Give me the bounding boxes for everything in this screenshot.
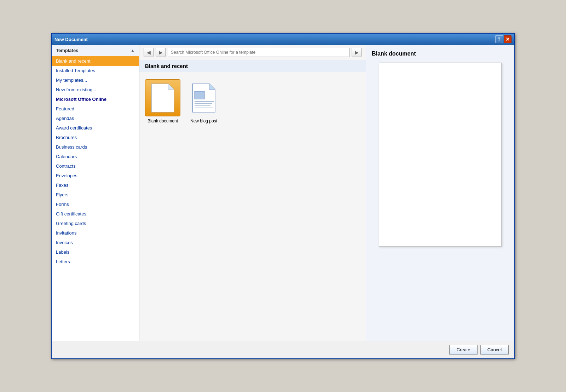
help-button[interactable]: ? [495,35,503,43]
collapse-icon[interactable]: ▲ [131,48,135,53]
back-button[interactable]: ◀ [144,48,154,57]
preview-document [379,63,502,247]
sidebar-item-greeting-cards[interactable]: Greeting cards [52,219,139,228]
preview-panel: Blank document [366,45,514,341]
sidebar-item-blank-and-recent[interactable]: Blank and recent [52,56,139,66]
sidebar-items-container: Blank and recentInstalled TemplatesMy te… [52,56,139,266]
templates-grid: Blank documentNew blog post [139,72,366,131]
sidebar-item-contracts[interactable]: Contracts [52,161,139,171]
content-area: Blank and recent Blank documentNew blog … [139,60,366,341]
sidebar-item-award-certificates[interactable]: Award certificates [52,123,139,133]
close-button[interactable]: ✕ [504,35,512,43]
title-bar-buttons: ? ✕ [495,35,512,43]
sidebar-item-letters[interactable]: Letters [52,257,139,266]
sidebar-item-envelopes[interactable]: Envelopes [52,171,139,180]
sidebar-scroll[interactable]: Blank and recentInstalled TemplatesMy te… [52,56,139,341]
svg-marker-1 [168,84,174,90]
create-button[interactable]: Create [449,345,478,355]
template-icon-wrapper-blank-document [145,79,180,116]
sidebar-item-forms[interactable]: Forms [52,200,139,209]
new-document-dialog: New Document ? ✕ Templates ▲ Blank and r… [51,33,515,359]
sidebar-item-brochures[interactable]: Brochures [52,133,139,142]
sidebar-item-my-templates[interactable]: My templates... [52,75,139,85]
sidebar-item-agendas[interactable]: Agendas [52,114,139,123]
dialog-body: Templates ▲ Blank and recentInstalled Te… [52,45,514,341]
cancel-button[interactable]: Cancel [480,345,509,355]
svg-rect-4 [195,91,204,99]
sidebar-item-business-cards[interactable]: Business cards [52,142,139,152]
dialog-title: New Document [54,37,88,42]
template-blank-document[interactable]: Blank document [145,79,180,123]
main-content: ◀ ▶ ▶ Blank and recent Blank documentNew… [139,45,366,341]
sidebar-item-flyers[interactable]: Flyers [52,190,139,200]
sidebar-item-new-from-existing[interactable]: New from existing... [52,85,139,94]
sidebar-item-installed-templates[interactable]: Installed Templates [52,66,139,75]
sidebar-item-faxes[interactable]: Faxes [52,180,139,190]
sidebar-item-invitations[interactable]: Invitations [52,228,139,238]
template-icon-wrapper-new-blog-post [186,79,221,116]
preview-title: Blank document [372,51,509,57]
forward-button[interactable]: ▶ [156,48,166,57]
template-new-blog-post[interactable]: New blog post [186,79,221,123]
sidebar: Templates ▲ Blank and recentInstalled Te… [52,45,139,341]
title-bar: New Document ? ✕ [52,34,514,45]
template-label-blank-document: Blank document [148,119,178,123]
sidebar-item-calendars[interactable]: Calendars [52,152,139,161]
dialog-footer: Create Cancel [52,341,514,358]
doc-icon-blank-document [150,82,175,114]
sidebar-title: Templates [56,48,78,53]
sidebar-item-featured[interactable]: Featured [52,104,139,114]
section-header: Blank and recent [139,60,366,72]
sidebar-item-gift-certificates[interactable]: Gift certificates [52,209,139,219]
doc-icon-new-blog-post [191,82,216,114]
sidebar-item-microsoft-office-online[interactable]: Microsoft Office Online [52,94,139,104]
toolbar: ◀ ▶ ▶ [139,45,366,60]
search-go-button[interactable]: ▶ [352,48,362,57]
search-input[interactable] [168,48,350,57]
sidebar-item-labels[interactable]: Labels [52,247,139,257]
template-label-new-blog-post: New blog post [190,119,217,123]
sidebar-header: Templates ▲ [52,45,139,56]
sidebar-item-invoices[interactable]: Invoices [52,238,139,247]
